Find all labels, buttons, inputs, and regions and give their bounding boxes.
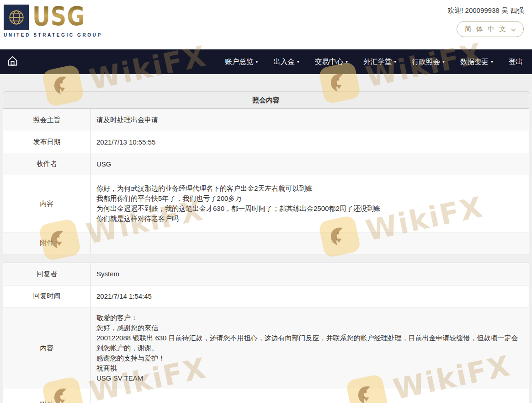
row-label: 发布日期 xyxy=(3,131,91,153)
date-text: 2021/7/13 10:55:55 xyxy=(96,137,523,147)
content-line: 你们就是这样对待老客户吗 xyxy=(96,214,523,224)
dropdown-arrow-icon: ▾ xyxy=(394,59,396,64)
reply-time-text: 2021/7/14 1:54:45 xyxy=(96,291,523,301)
nav-item-admin-inquiry[interactable]: 行政照会 ▾ xyxy=(412,57,445,67)
dropdown-arrow-icon: ▾ xyxy=(442,59,445,64)
home-button[interactable] xyxy=(6,55,19,69)
nav-item-label: 行政照会 xyxy=(412,57,440,67)
inquiry-table: 照会主旨 请及时处理出金申请 发布日期 2021/7/13 10:55:55 收… xyxy=(3,109,529,254)
nav-item-label: 出入金 xyxy=(273,57,295,67)
row-label: 附件 xyxy=(3,389,91,403)
reply-content-value: 敬爱的客户： 您好，感謝您的來信 200122088 银联出 630 目前待汇款… xyxy=(91,307,529,389)
main-navbar: 账户总览 ▾ 出入金 ▾ 交易中心 ▾ 外汇学堂 ▾ 行政照会 ▾ 数据变更 ▾… xyxy=(0,49,532,74)
table-row-content: 内容 你好，为何武汉那边的业务经理代理名下的客户出金2天左右就可以到账 我都用你… xyxy=(3,175,529,232)
panel-title-text: 照会内容 xyxy=(252,96,280,105)
content-line: 祝商祺 xyxy=(96,363,523,373)
table-row-attachment: 附件 xyxy=(3,232,529,254)
row-label: 收件者 xyxy=(3,153,91,175)
inquiry-subject-value: 请及时处理出金申请 xyxy=(91,109,529,131)
usg-logo: USG UNITED STRATEGIC GROUP xyxy=(4,5,102,38)
language-selector[interactable]: 简 体 中 文 xyxy=(457,21,524,37)
globe-icon xyxy=(4,5,29,30)
main-content: 照会内容 照会主旨 请及时处理出金申请 发布日期 2021/7/13 10:55… xyxy=(0,91,532,403)
row-label: 回复者 xyxy=(3,263,91,285)
inquiry-recipient-value: USG xyxy=(91,153,529,175)
dropdown-arrow-icon: ▾ xyxy=(346,59,348,64)
logo-acronym-text: USG xyxy=(32,4,85,31)
row-label: 内容 xyxy=(3,175,91,232)
nav-menu: 账户总览 ▾ 出入金 ▾ 交易中心 ▾ 外汇学堂 ▾ 行政照会 ▾ 数据变更 ▾… xyxy=(225,57,523,67)
row-label: 照会主旨 xyxy=(3,109,91,131)
nav-item-trade-center[interactable]: 交易中心 ▾ xyxy=(315,57,348,67)
content-line: 感谢您的支持与爱护！ xyxy=(96,353,523,363)
row-label: 附件 xyxy=(3,232,91,254)
subject-text: 请及时处理出金申请 xyxy=(96,115,523,125)
row-label: 内容 xyxy=(3,307,91,389)
table-row-responder: 回复者 System xyxy=(3,263,529,285)
logo-subtitle-text: UNITED STRATEGIC GROUP xyxy=(4,32,102,38)
chevron-down-icon xyxy=(511,25,516,33)
nav-item-label: 账户总览 xyxy=(225,57,253,67)
nav-item-logout[interactable]: 登出 xyxy=(509,57,523,67)
table-row-subject: 照会主旨 请及时处理出金申请 xyxy=(3,109,529,131)
home-icon xyxy=(6,55,19,69)
content-line: 我都用你们的平台快5年了，我们也亏了200多万 xyxy=(96,193,523,204)
content-line: 你好，为何武汉那边的业务经理代理名下的客户出金2天左右就可以到账 xyxy=(96,183,523,193)
nav-item-data-change[interactable]: 数据变更 ▾ xyxy=(460,57,493,67)
inquiry-content-value: 你好，为何武汉那边的业务经理代理名下的客户出金2天左右就可以到账 我都用你们的平… xyxy=(91,175,529,232)
reply-table: 回复者 System 回复时间 2021/7/14 1:54:45 内容 敬爱的… xyxy=(3,263,529,403)
dropdown-arrow-icon: ▾ xyxy=(491,59,493,64)
dropdown-arrow-icon: ▾ xyxy=(255,59,258,64)
nav-item-deposit-withdraw[interactable]: 出入金 ▾ xyxy=(273,57,299,67)
content-line: USG SV TEAM xyxy=(96,373,523,383)
nav-item-label: 外汇学堂 xyxy=(363,57,392,67)
content-line: 200122088 银联出 630 目前待汇款，还请您不用担心，这边有向部门反应… xyxy=(96,333,523,353)
page-header: USG UNITED STRATEGIC GROUP 欢迎! 200099938… xyxy=(0,0,532,49)
language-selector-label: 简 体 中 文 xyxy=(464,25,507,33)
reply-responder-value: System xyxy=(91,263,529,285)
row-label: 回复时间 xyxy=(3,285,91,307)
nav-item-fx-school[interactable]: 外汇学堂 ▾ xyxy=(363,57,396,67)
table-row-reply-time: 回复时间 2021/7/14 1:54:45 xyxy=(3,285,529,307)
dropdown-arrow-icon: ▾ xyxy=(297,59,299,64)
table-row-reply-content: 内容 敬爱的客户： 您好，感謝您的來信 200122088 银联出 630 目前… xyxy=(3,307,529,389)
table-row-recipient: 收件者 USG xyxy=(3,153,529,175)
nav-item-label: 数据变更 xyxy=(460,57,489,67)
nav-item-label: 登出 xyxy=(509,57,523,67)
nav-item-label: 交易中心 xyxy=(315,57,343,67)
responder-text: System xyxy=(96,269,523,279)
content-line: 您好，感謝您的來信 xyxy=(96,323,523,333)
nav-item-account-overview[interactable]: 账户总览 ▾ xyxy=(225,57,258,67)
inquiry-attachment-value xyxy=(91,232,529,254)
inquiry-date-value: 2021/7/13 10:55:55 xyxy=(91,131,529,153)
welcome-text: 欢迎! 200099938 吴 四强 xyxy=(447,6,524,15)
reply-attachment-value xyxy=(91,389,529,403)
panel-title: 照会内容 xyxy=(3,91,529,109)
content-line: 敬爱的客户： xyxy=(96,313,523,323)
table-row-reply-attachment: 附件 xyxy=(3,389,529,403)
content-line: 为何出金迟迟不到账，我的这笔出金才630，都一周时间了；郝其练出金2500都2周… xyxy=(96,204,523,214)
table-row-publish-date: 发布日期 2021/7/13 10:55:55 xyxy=(3,131,529,153)
reply-time-value: 2021/7/14 1:54:45 xyxy=(91,285,529,307)
recipient-text: USG xyxy=(96,159,523,169)
